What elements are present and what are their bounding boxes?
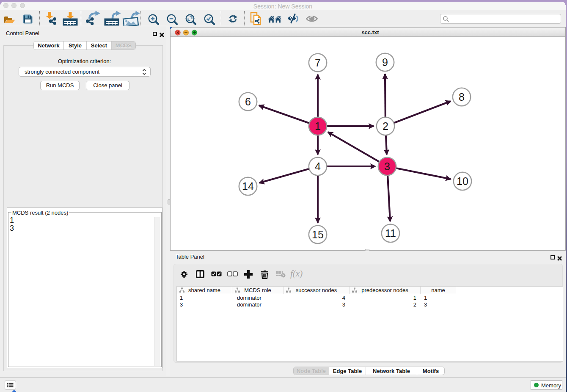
- svg-text:9: 9: [382, 56, 388, 68]
- svg-text:15: 15: [312, 229, 324, 240]
- svg-text:7: 7: [315, 57, 321, 69]
- svg-text:6: 6: [245, 96, 251, 108]
- svg-text:14: 14: [242, 180, 254, 192]
- svg-text:10: 10: [457, 175, 468, 187]
- svg-text:4: 4: [315, 160, 321, 172]
- svg-text:1: 1: [315, 120, 321, 132]
- svg-text:2: 2: [383, 120, 388, 132]
- svg-text:3: 3: [384, 160, 390, 172]
- svg-text:11: 11: [385, 227, 396, 239]
- svg-text:8: 8: [459, 91, 465, 103]
